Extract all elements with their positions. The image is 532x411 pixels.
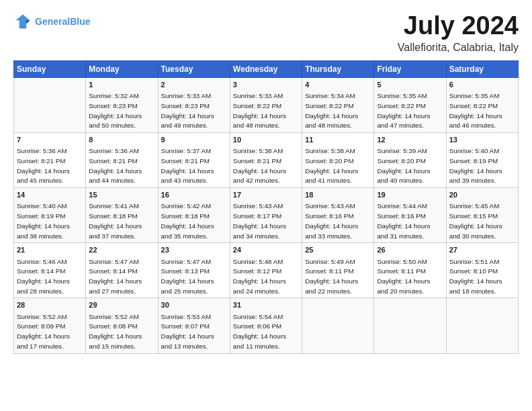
day-info: Sunrise: 5:38 AM Sunset: 8:20 PM Dayligh… <box>305 147 358 184</box>
logo-general: General <box>35 16 70 27</box>
day-number: 10 <box>233 135 299 145</box>
day-info: Sunrise: 5:49 AM Sunset: 8:11 PM Dayligh… <box>305 258 358 295</box>
day-info: Sunrise: 5:36 AM Sunset: 8:21 PM Dayligh… <box>89 147 142 184</box>
day-info: Sunrise: 5:47 AM Sunset: 8:14 PM Dayligh… <box>89 258 142 295</box>
svg-marker-1 <box>26 20 30 24</box>
column-header-friday: Friday <box>374 60 446 77</box>
day-cell <box>302 298 374 353</box>
day-number: 22 <box>89 245 154 255</box>
day-number: 29 <box>89 300 154 310</box>
day-cell: 10Sunrise: 5:38 AM Sunset: 8:21 PM Dayli… <box>230 132 302 187</box>
day-cell: 20Sunrise: 5:45 AM Sunset: 8:15 PM Dayli… <box>446 188 518 243</box>
week-row-4: 21Sunrise: 5:46 AM Sunset: 8:14 PM Dayli… <box>14 243 519 298</box>
day-info: Sunrise: 5:46 AM Sunset: 8:14 PM Dayligh… <box>17 258 70 295</box>
day-number: 30 <box>161 300 227 310</box>
column-header-thursday: Thursday <box>302 60 374 77</box>
day-info: Sunrise: 5:48 AM Sunset: 8:12 PM Dayligh… <box>233 258 286 295</box>
day-cell: 26Sunrise: 5:50 AM Sunset: 8:11 PM Dayli… <box>374 243 446 298</box>
day-cell: 29Sunrise: 5:52 AM Sunset: 8:08 PM Dayli… <box>86 298 158 353</box>
day-cell: 23Sunrise: 5:47 AM Sunset: 8:13 PM Dayli… <box>158 243 230 298</box>
day-cell: 1Sunrise: 5:32 AM Sunset: 8:23 PM Daylig… <box>86 77 158 132</box>
day-number: 11 <box>305 135 371 145</box>
day-cell: 21Sunrise: 5:46 AM Sunset: 8:14 PM Dayli… <box>14 243 86 298</box>
day-info: Sunrise: 5:34 AM Sunset: 8:22 PM Dayligh… <box>305 92 358 129</box>
day-info: Sunrise: 5:51 AM Sunset: 8:10 PM Dayligh… <box>449 258 502 295</box>
day-cell: 6Sunrise: 5:35 AM Sunset: 8:22 PM Daylig… <box>446 77 518 132</box>
day-info: Sunrise: 5:33 AM Sunset: 8:23 PM Dayligh… <box>161 92 214 129</box>
header: GeneralBlue July 2024 Vallefiorita, Cala… <box>13 12 519 54</box>
day-info: Sunrise: 5:41 AM Sunset: 8:18 PM Dayligh… <box>89 202 142 239</box>
day-info: Sunrise: 5:36 AM Sunset: 8:21 PM Dayligh… <box>17 147 70 184</box>
subtitle: Vallefiorita, Calabria, Italy <box>398 42 519 54</box>
day-cell: 9Sunrise: 5:37 AM Sunset: 8:21 PM Daylig… <box>158 132 230 187</box>
day-info: Sunrise: 5:44 AM Sunset: 8:16 PM Dayligh… <box>377 202 430 239</box>
day-number: 23 <box>161 245 227 255</box>
day-info: Sunrise: 5:52 AM Sunset: 8:09 PM Dayligh… <box>17 313 70 350</box>
day-number: 2 <box>161 80 227 90</box>
month-title: July 2024 <box>398 12 519 40</box>
day-cell: 11Sunrise: 5:38 AM Sunset: 8:20 PM Dayli… <box>302 132 374 187</box>
day-info: Sunrise: 5:38 AM Sunset: 8:21 PM Dayligh… <box>233 147 286 184</box>
day-cell <box>446 298 518 353</box>
day-info: Sunrise: 5:35 AM Sunset: 8:22 PM Dayligh… <box>377 92 430 129</box>
day-number: 9 <box>161 135 227 145</box>
day-number: 6 <box>449 80 515 90</box>
header-row: SundayMondayTuesdayWednesdayThursdayFrid… <box>14 60 519 77</box>
day-cell: 5Sunrise: 5:35 AM Sunset: 8:22 PM Daylig… <box>374 77 446 132</box>
day-number: 1 <box>89 80 154 90</box>
day-cell: 31Sunrise: 5:54 AM Sunset: 8:06 PM Dayli… <box>230 298 302 353</box>
day-info: Sunrise: 5:45 AM Sunset: 8:15 PM Dayligh… <box>449 202 502 239</box>
day-info: Sunrise: 5:40 AM Sunset: 8:19 PM Dayligh… <box>17 202 70 239</box>
day-cell: 13Sunrise: 5:40 AM Sunset: 8:19 PM Dayli… <box>446 132 518 187</box>
column-header-wednesday: Wednesday <box>230 60 302 77</box>
day-cell: 4Sunrise: 5:34 AM Sunset: 8:22 PM Daylig… <box>302 77 374 132</box>
day-number: 25 <box>305 245 371 255</box>
logo: GeneralBlue <box>13 12 90 31</box>
day-number: 8 <box>89 135 154 145</box>
logo-text: GeneralBlue <box>35 16 90 28</box>
day-cell: 25Sunrise: 5:49 AM Sunset: 8:11 PM Dayli… <box>302 243 374 298</box>
day-number: 13 <box>449 135 515 145</box>
column-header-saturday: Saturday <box>446 60 518 77</box>
day-number: 26 <box>377 245 443 255</box>
day-info: Sunrise: 5:43 AM Sunset: 8:17 PM Dayligh… <box>233 202 286 239</box>
week-row-3: 14Sunrise: 5:40 AM Sunset: 8:19 PM Dayli… <box>14 188 519 243</box>
day-number: 27 <box>449 245 515 255</box>
day-number: 4 <box>305 80 371 90</box>
day-number: 31 <box>233 300 299 310</box>
day-number: 16 <box>161 190 227 200</box>
day-cell: 14Sunrise: 5:40 AM Sunset: 8:19 PM Dayli… <box>14 188 86 243</box>
day-cell <box>374 298 446 353</box>
day-info: Sunrise: 5:32 AM Sunset: 8:23 PM Dayligh… <box>89 92 142 129</box>
day-info: Sunrise: 5:39 AM Sunset: 8:20 PM Dayligh… <box>377 147 430 184</box>
day-number: 17 <box>233 190 299 200</box>
column-header-monday: Monday <box>86 60 158 77</box>
day-cell: 16Sunrise: 5:42 AM Sunset: 8:18 PM Dayli… <box>158 188 230 243</box>
day-cell: 27Sunrise: 5:51 AM Sunset: 8:10 PM Dayli… <box>446 243 518 298</box>
day-number: 21 <box>17 245 83 255</box>
day-info: Sunrise: 5:53 AM Sunset: 8:07 PM Dayligh… <box>161 313 214 350</box>
day-cell: 12Sunrise: 5:39 AM Sunset: 8:20 PM Dayli… <box>374 132 446 187</box>
day-info: Sunrise: 5:54 AM Sunset: 8:06 PM Dayligh… <box>233 313 286 350</box>
day-cell: 28Sunrise: 5:52 AM Sunset: 8:09 PM Dayli… <box>14 298 86 353</box>
day-cell: 30Sunrise: 5:53 AM Sunset: 8:07 PM Dayli… <box>158 298 230 353</box>
day-info: Sunrise: 5:42 AM Sunset: 8:18 PM Dayligh… <box>161 202 214 239</box>
day-number: 19 <box>377 190 443 200</box>
day-info: Sunrise: 5:40 AM Sunset: 8:19 PM Dayligh… <box>449 147 502 184</box>
day-info: Sunrise: 5:47 AM Sunset: 8:13 PM Dayligh… <box>161 258 214 295</box>
day-cell: 18Sunrise: 5:43 AM Sunset: 8:16 PM Dayli… <box>302 188 374 243</box>
day-number: 20 <box>449 190 515 200</box>
week-row-5: 28Sunrise: 5:52 AM Sunset: 8:09 PM Dayli… <box>14 298 519 353</box>
day-cell: 19Sunrise: 5:44 AM Sunset: 8:16 PM Dayli… <box>374 188 446 243</box>
day-info: Sunrise: 5:43 AM Sunset: 8:16 PM Dayligh… <box>305 202 358 239</box>
logo-icon <box>13 12 32 31</box>
day-number: 7 <box>17 135 83 145</box>
day-number: 3 <box>233 80 299 90</box>
column-header-sunday: Sunday <box>14 60 86 77</box>
page: GeneralBlue July 2024 Vallefiorita, Cala… <box>0 0 532 411</box>
day-cell: 22Sunrise: 5:47 AM Sunset: 8:14 PM Dayli… <box>86 243 158 298</box>
day-info: Sunrise: 5:33 AM Sunset: 8:22 PM Dayligh… <box>233 92 286 129</box>
day-info: Sunrise: 5:35 AM Sunset: 8:22 PM Dayligh… <box>449 92 502 129</box>
title-block: July 2024 Vallefiorita, Calabria, Italy <box>398 12 519 54</box>
calendar-table: SundayMondayTuesdayWednesdayThursdayFrid… <box>13 60 519 354</box>
